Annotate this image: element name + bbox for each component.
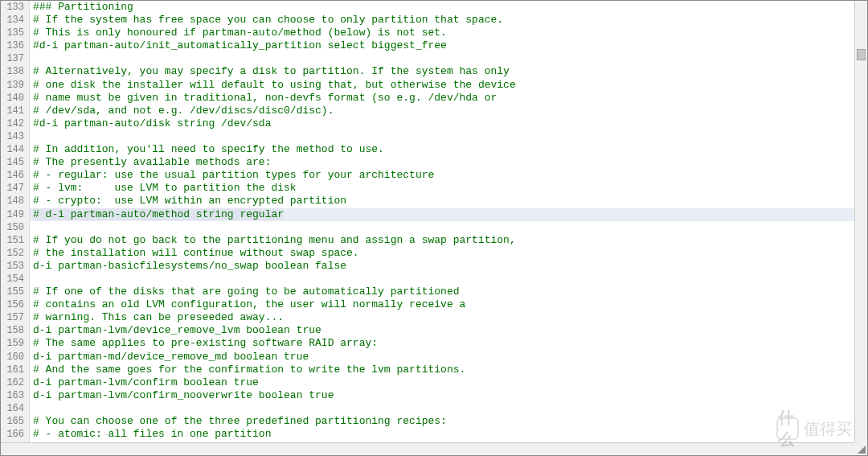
line-number: 137 xyxy=(4,52,24,65)
line-number: 133 xyxy=(4,1,24,14)
line-number: 143 xyxy=(4,130,24,143)
line-number: 140 xyxy=(4,92,24,105)
line-number: 155 xyxy=(4,286,24,298)
line-number: 149 xyxy=(4,208,24,221)
line-number: 145 xyxy=(4,156,24,169)
code-line[interactable]: # name must be given in traditional, non… xyxy=(30,92,867,105)
line-number: 141 xyxy=(4,105,24,117)
line-number: 161 xyxy=(4,364,24,376)
line-number: 136 xyxy=(4,39,24,52)
line-number: 160 xyxy=(4,351,24,364)
scrollbar-thumb[interactable] xyxy=(857,49,866,60)
line-number: 135 xyxy=(4,27,24,39)
code-line[interactable]: # warning. This can be preseeded away... xyxy=(30,311,867,324)
code-area[interactable]: ### Partitioning# If the system has free… xyxy=(30,1,867,455)
line-number: 134 xyxy=(4,14,24,27)
code-line[interactable] xyxy=(30,130,867,143)
vertical-scrollbar[interactable] xyxy=(854,1,867,442)
resize-grip-icon[interactable] xyxy=(854,442,867,455)
line-number: 146 xyxy=(4,169,24,182)
code-line[interactable]: # If one of the disks that are going to … xyxy=(30,286,867,298)
code-line[interactable]: # The same applies to pre-existing softw… xyxy=(30,337,867,350)
line-number: 154 xyxy=(4,273,24,286)
code-line[interactable]: ### Partitioning xyxy=(30,1,867,14)
code-line[interactable]: d-i partman-md/device_remove_md boolean … xyxy=(30,351,867,364)
code-line[interactable]: d-i partman-lvm/device_remove_lvm boolea… xyxy=(30,324,867,337)
line-number: 159 xyxy=(4,337,24,350)
code-line[interactable]: # the installation will continue without… xyxy=(30,247,867,260)
code-line[interactable]: d-i partman-lvm/confirm boolean true xyxy=(30,376,867,389)
code-line[interactable]: # - atomic: all files in one partition xyxy=(30,428,867,441)
line-number: 157 xyxy=(4,311,24,324)
line-number: 150 xyxy=(4,221,24,234)
line-number: 164 xyxy=(4,402,24,415)
code-line[interactable] xyxy=(30,221,867,234)
code-line[interactable]: # /dev/sda, and not e.g. /dev/discs/disc… xyxy=(30,105,867,117)
code-line[interactable]: # contains an old LVM configuration, the… xyxy=(30,298,867,311)
code-line[interactable]: # one disk the installer will default to… xyxy=(30,79,867,92)
line-number: 166 xyxy=(4,428,24,441)
line-number: 139 xyxy=(4,79,24,92)
line-number: 162 xyxy=(4,376,24,389)
code-line[interactable]: # This is only honoured if partman-auto/… xyxy=(30,27,867,39)
code-line[interactable]: d-i partman-lvm/confirm_nooverwrite bool… xyxy=(30,389,867,402)
line-number: 165 xyxy=(4,415,24,428)
code-line[interactable]: #d-i partman-auto/init_automatically_par… xyxy=(30,39,867,52)
line-number: 147 xyxy=(4,182,24,195)
code-line[interactable]: d-i partman-basicfilesystems/no_swap boo… xyxy=(30,260,867,273)
code-line[interactable]: # The presently available methods are: xyxy=(30,156,867,169)
code-line[interactable] xyxy=(30,52,867,65)
line-number: 163 xyxy=(4,389,24,402)
code-line[interactable]: # If you do not go back to the partition… xyxy=(30,234,867,247)
line-number: 144 xyxy=(4,143,24,156)
code-editor[interactable]: 1331341351361371381391401411421431441451… xyxy=(0,0,868,456)
code-line[interactable]: # - regular: use the usual partition typ… xyxy=(30,169,867,182)
line-number: 158 xyxy=(4,324,24,337)
line-number: 153 xyxy=(4,260,24,273)
code-line[interactable] xyxy=(30,402,867,415)
line-number: 148 xyxy=(4,195,24,207)
line-number-gutter: 1331341351361371381391401411421431441451… xyxy=(1,1,30,455)
code-line[interactable]: # And the same goes for the confirmation… xyxy=(30,364,867,376)
code-line[interactable]: # If the system has free space you can c… xyxy=(30,14,867,27)
code-line[interactable]: # - lvm: use LVM to partition the disk xyxy=(30,182,867,195)
line-number: 152 xyxy=(4,247,24,260)
horizontal-scrollbar[interactable] xyxy=(1,442,854,455)
code-line[interactable]: # Alternatively, you may specify a disk … xyxy=(30,65,867,78)
code-line[interactable]: # - crypto: use LVM within an encrypted … xyxy=(30,195,867,207)
line-number: 142 xyxy=(4,117,24,130)
code-line[interactable]: #d-i partman-auto/disk string /dev/sda xyxy=(30,117,867,130)
code-line[interactable] xyxy=(30,273,867,286)
code-line[interactable]: # d-i partman-auto/method string regular xyxy=(30,208,867,221)
line-number: 156 xyxy=(4,298,24,311)
line-number: 138 xyxy=(4,65,24,78)
code-line[interactable]: # In addition, you'll need to specify th… xyxy=(30,143,867,156)
code-line[interactable]: # You can choose one of the three predef… xyxy=(30,415,867,428)
line-number: 151 xyxy=(4,234,24,247)
